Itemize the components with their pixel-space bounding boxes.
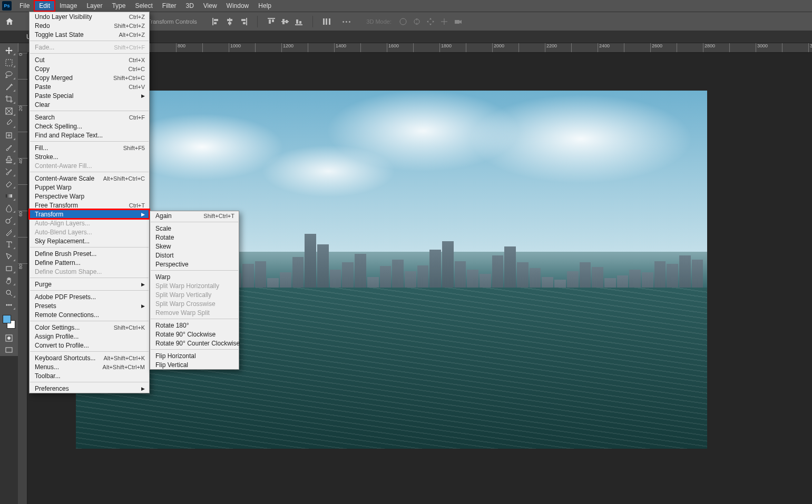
align-hcenter-icon[interactable] — [226, 17, 234, 26]
3d-camera-icon[interactable] — [454, 17, 462, 26]
menu-help[interactable]: Help — [253, 1, 276, 11]
menu-edit[interactable]: Edit — [34, 1, 55, 11]
menuitem-puppet-warp[interactable]: Puppet Warp — [30, 183, 149, 192]
menuitem-warp[interactable]: Warp — [150, 272, 239, 281]
menuitem-adobe-pdf-presets[interactable]: Adobe PDF Presets... — [30, 292, 149, 301]
tool-marquee[interactable] — [2, 56, 16, 68]
svg-point-32 — [8, 304, 10, 305]
align-bottom-icon[interactable] — [295, 17, 303, 26]
tool-path-select[interactable] — [2, 250, 16, 262]
svg-rect-11 — [272, 19, 274, 22]
menuitem-toolbar[interactable]: Toolbar... — [30, 371, 149, 380]
align-vcenter-icon[interactable] — [281, 17, 289, 26]
menuitem-skew[interactable]: Skew — [150, 242, 239, 251]
menuitem-check-spelling[interactable]: Check Spelling... — [30, 122, 149, 131]
menuitem-distort[interactable]: Distort — [150, 251, 239, 260]
align-right-icon[interactable] — [239, 17, 248, 26]
tool-dodge[interactable] — [2, 214, 16, 226]
tool-lasso[interactable] — [2, 68, 16, 81]
menuitem-convert-to-profile[interactable]: Convert to Profile... — [30, 341, 149, 350]
menuitem-search[interactable]: SearchCtrl+F — [30, 113, 149, 122]
menuitem-cut[interactable]: CutCtrl+X — [30, 55, 149, 64]
tool-rectangle[interactable] — [2, 262, 16, 274]
menuitem-stroke[interactable]: Stroke... — [30, 152, 149, 161]
menuitem-rotate[interactable]: Rotate — [150, 233, 239, 242]
tool-more[interactable] — [2, 299, 16, 311]
menuitem-presets[interactable]: Presets▶ — [30, 301, 149, 310]
menu-3d[interactable]: 3D — [181, 1, 198, 11]
distribute-icon[interactable] — [322, 17, 331, 26]
menu-window[interactable]: Window — [222, 1, 254, 11]
quickmask-icon[interactable] — [2, 332, 16, 344]
tool-history-brush[interactable] — [2, 165, 16, 177]
menu-view[interactable]: View — [199, 1, 222, 11]
3d-slide-icon[interactable] — [440, 17, 448, 26]
align-top-icon[interactable] — [267, 17, 276, 26]
menuitem-redo[interactable]: RedoShift+Ctrl+Z — [30, 21, 149, 30]
tool-crop[interactable] — [2, 93, 16, 105]
color-swatches[interactable] — [2, 314, 16, 330]
menuitem-rotate-90-counter-clockwise[interactable]: Rotate 90° Counter Clockwise — [150, 339, 239, 348]
align-left-icon[interactable] — [212, 17, 220, 26]
screenmode-icon[interactable] — [2, 344, 16, 356]
home-icon[interactable] — [2, 14, 17, 29]
menuitem-rotate-180[interactable]: Rotate 180° — [150, 321, 239, 330]
menuitem-perspective-warp[interactable]: Perspective Warp — [30, 192, 149, 201]
menuitem-undo-layer-visibility[interactable]: Undo Layer VisibilityCtrl+Z — [30, 12, 149, 21]
menuitem-color-settings[interactable]: Color Settings...Shift+Ctrl+K — [30, 323, 149, 332]
menuitem-perspective[interactable]: Perspective — [150, 260, 239, 269]
menuitem-flip-horizontal[interactable]: Flip Horizontal — [150, 351, 239, 360]
menuitem-rotate-90-clockwise[interactable]: Rotate 90° Clockwise — [150, 330, 239, 339]
tool-move[interactable] — [2, 44, 16, 56]
menu-file[interactable]: File — [15, 1, 34, 11]
menuitem-sky-replacement[interactable]: Sky Replacement... — [30, 236, 149, 245]
transform-submenu: AgainShift+Ctrl+TScaleRotateSkewDistortP… — [150, 211, 239, 370]
tool-pen[interactable] — [2, 226, 16, 238]
tool-healing[interactable] — [2, 129, 16, 141]
tool-gradient[interactable] — [2, 190, 16, 202]
menuitem-preferences[interactable]: Preferences▶ — [30, 384, 149, 393]
menuitem-menus[interactable]: Menus...Alt+Shift+Ctrl+M — [30, 362, 149, 371]
menuitem-paste-special[interactable]: Paste Special▶ — [30, 91, 149, 100]
menuitem-copy[interactable]: CopyCtrl+C — [30, 64, 149, 73]
menuitem-keyboard-shortcuts[interactable]: Keyboard Shortcuts...Alt+Shift+Ctrl+K — [30, 353, 149, 362]
menuitem-copy-merged[interactable]: Copy MergedShift+Ctrl+C — [30, 73, 149, 82]
3d-orbit-icon[interactable] — [399, 17, 407, 26]
menuitem-auto-align-layers: Auto-Align Layers... — [30, 219, 149, 228]
tool-stamp[interactable] — [2, 153, 16, 165]
tool-hand[interactable] — [2, 274, 16, 286]
menuitem-define-pattern[interactable]: Define Pattern... — [30, 258, 149, 267]
menuitem-again[interactable]: AgainShift+Ctrl+T — [150, 211, 239, 220]
3d-roll-icon[interactable] — [413, 17, 421, 26]
menuitem-content-aware-scale[interactable]: Content-Aware ScaleAlt+Shift+Ctrl+C — [30, 174, 149, 183]
3d-pan-icon[interactable] — [426, 17, 435, 26]
tool-brush[interactable] — [2, 141, 16, 153]
tool-type[interactable] — [2, 238, 16, 250]
menu-type[interactable]: Type — [107, 1, 130, 11]
menuitem-remote-connections[interactable]: Remote Connections... — [30, 310, 149, 319]
more-options-icon[interactable]: ••• — [343, 18, 352, 25]
menuitem-find-and-replace-text[interactable]: Find and Replace Text... — [30, 131, 149, 140]
tool-eyedropper[interactable] — [2, 117, 16, 129]
menuitem-define-brush-preset[interactable]: Define Brush Preset... — [30, 249, 149, 258]
svg-rect-10 — [269, 19, 271, 24]
menu-select[interactable]: Select — [130, 1, 157, 11]
menuitem-transform[interactable]: Transform▶ — [30, 210, 149, 219]
menuitem-paste[interactable]: PasteCtrl+V — [30, 82, 149, 91]
tool-wand[interactable] — [2, 81, 16, 93]
tool-blur[interactable] — [2, 202, 16, 214]
menuitem-fill[interactable]: Fill...Shift+F5 — [30, 143, 149, 152]
tool-frame[interactable] — [2, 105, 16, 117]
menuitem-clear[interactable]: Clear — [30, 100, 149, 109]
menuitem-free-transform[interactable]: Free TransformCtrl+T — [30, 201, 149, 210]
menu-image[interactable]: Image — [55, 1, 82, 11]
menuitem-scale[interactable]: Scale — [150, 224, 239, 233]
menuitem-toggle-last-state[interactable]: Toggle Last StateAlt+Ctrl+Z — [30, 30, 149, 39]
tool-zoom[interactable] — [2, 286, 16, 299]
menuitem-flip-vertical[interactable]: Flip Vertical — [150, 360, 239, 369]
tool-eraser[interactable] — [2, 177, 16, 190]
menu-layer[interactable]: Layer — [82, 1, 107, 11]
menu-filter[interactable]: Filter — [158, 1, 181, 11]
menuitem-purge[interactable]: Purge▶ — [30, 280, 149, 289]
menuitem-assign-profile[interactable]: Assign Profile... — [30, 332, 149, 341]
